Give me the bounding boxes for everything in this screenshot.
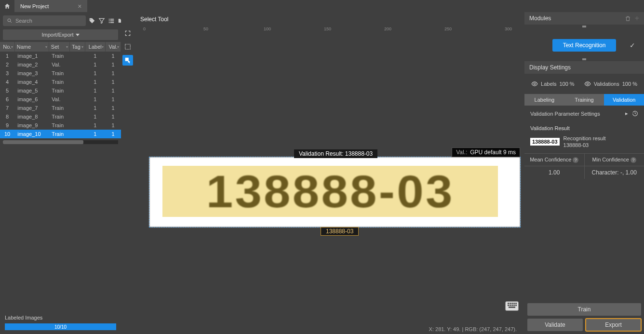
- list-icon[interactable]: [108, 17, 115, 25]
- history-icon[interactable]: [632, 110, 638, 117]
- help-icon[interactable]: ?: [631, 157, 636, 163]
- table-row[interactable]: 5image_5Train11: [0, 86, 121, 95]
- recognition-title: Recognition result: [564, 135, 606, 142]
- table-row[interactable]: 7image_7Train11: [0, 104, 121, 112]
- col-name[interactable]: Name▾: [14, 42, 49, 52]
- image-big-text: 138888-03: [206, 165, 455, 218]
- check-icon: ✓: [630, 41, 635, 49]
- svg-line-1: [10, 21, 12, 23]
- validation-result-title: Validation Result: [524, 121, 644, 133]
- validation-gpu-badge: Val.:GPU default 9 ms: [452, 147, 520, 157]
- recognition-thumb: 138888-03: [530, 138, 560, 146]
- labels-text: Labels: [541, 81, 556, 87]
- funnel-icon[interactable]: [98, 17, 105, 25]
- svg-rect-8: [125, 44, 131, 50]
- import-export-button[interactable]: Import/Export: [3, 29, 118, 40]
- project-tab-title: New Project: [20, 3, 49, 9]
- param-settings-title: Validation Parameter Settings: [530, 111, 600, 117]
- ruler-vertical: [134, 35, 143, 324]
- labeled-progress: 10/10: [5, 323, 116, 330]
- display-settings-title: Display Settings: [524, 61, 644, 74]
- tool-fullscreen[interactable]: [122, 28, 133, 39]
- project-tab[interactable]: New Project ×: [14, 0, 87, 12]
- table-row[interactable]: 6image_6Val.11: [0, 95, 121, 104]
- plus-icon[interactable]: +: [635, 15, 639, 22]
- tool-select[interactable]: [122, 55, 133, 66]
- export-button[interactable]: Export: [586, 319, 641, 331]
- mean-confidence-value: 1.00: [524, 166, 585, 179]
- col-val[interactable]: Val.▾: [105, 42, 121, 52]
- min-confidence-value: Character: -, 1.00: [585, 166, 644, 179]
- recognition-card[interactable]: 138888-03 Recognition result 138888-03: [524, 133, 644, 153]
- eye-icon[interactable]: [584, 80, 591, 87]
- image-table: No.▾ Name▾ Set▾ Tag▾ Label▾ Val.▾ 1image…: [0, 42, 121, 138]
- table-row[interactable]: 10image_10Train11: [0, 130, 121, 138]
- col-set[interactable]: Set▾: [49, 42, 69, 52]
- close-icon[interactable]: ×: [78, 2, 81, 10]
- expand-icon[interactable]: ▸: [625, 110, 628, 117]
- svg-rect-4: [109, 20, 110, 21]
- search-icon: [7, 18, 13, 24]
- search-input[interactable]: [15, 18, 82, 24]
- trash-icon[interactable]: [625, 15, 631, 22]
- label-box[interactable]: 138888-03: [162, 166, 498, 217]
- validation-result-banner: Validation Result: 138888-03: [294, 149, 377, 158]
- svg-rect-6: [109, 22, 110, 23]
- tool-marquee[interactable]: [122, 41, 133, 52]
- image-selection[interactable]: Validation Result: 138888-03 Val.:GPU de…: [149, 157, 521, 227]
- mean-confidence-header: Mean Confidence?: [524, 154, 585, 166]
- validations-text: Validations: [594, 81, 619, 87]
- recognition-value: 138888-03: [564, 142, 606, 148]
- labels-pct: 100 %: [559, 81, 574, 87]
- modules-title: Modules: [529, 15, 551, 22]
- col-label[interactable]: Label▾: [85, 42, 105, 52]
- train-button[interactable]: Train: [527, 303, 641, 316]
- canvas[interactable]: Validation Result: 138888-03 Val.:GPU de…: [143, 35, 524, 324]
- keyboard-icon[interactable]: [505, 301, 519, 311]
- col-no[interactable]: No.▾: [0, 42, 14, 52]
- svg-rect-3: [110, 19, 114, 20]
- canvas-title: Select Tool: [134, 12, 524, 27]
- svg-point-10: [534, 83, 536, 85]
- labeled-images-title: Labeled Images: [5, 315, 116, 321]
- tab-validation[interactable]: Validation: [604, 94, 644, 106]
- tag-filter-icon[interactable]: [89, 17, 95, 25]
- validate-button[interactable]: Validate: [527, 319, 583, 331]
- table-hscroll[interactable]: [3, 140, 118, 144]
- table-row[interactable]: 1image_1Train11: [0, 52, 121, 60]
- tool-strip: [121, 12, 134, 334]
- table-row[interactable]: 8image_8Train11: [0, 112, 121, 121]
- svg-rect-5: [110, 20, 114, 21]
- help-icon[interactable]: ?: [573, 157, 578, 163]
- text-recognition-module[interactable]: Text Recognition: [552, 39, 617, 52]
- import-export-label: Import/Export: [41, 32, 73, 38]
- left-panel: Import/Export No.▾ Name▾ Set▾ Tag▾ Label…: [0, 12, 121, 334]
- table-row[interactable]: 3image_3Train11: [0, 69, 121, 78]
- table-row[interactable]: 2image_2Val.11: [0, 60, 121, 69]
- status-bar: X: 281. Y: 49. | RGB: (247, 247, 247).: [134, 324, 524, 334]
- chevron-down-icon: [76, 34, 80, 36]
- table-row[interactable]: 9image_9Train11: [0, 121, 121, 130]
- min-confidence-header: Min Confidence?: [585, 154, 644, 166]
- search-input-wrap[interactable]: [3, 15, 86, 26]
- home-button[interactable]: [0, 0, 14, 12]
- svg-rect-7: [110, 22, 114, 23]
- svg-point-0: [8, 19, 11, 22]
- col-tag[interactable]: Tag▾: [70, 42, 85, 52]
- svg-rect-2: [109, 19, 110, 20]
- svg-point-11: [587, 83, 589, 85]
- eye-icon[interactable]: [531, 80, 538, 87]
- table-row[interactable]: 4image_4Train11: [0, 78, 121, 86]
- validations-pct: 100 %: [622, 81, 637, 87]
- right-panel: Modules + Text Recognition ✓ Display Set…: [524, 12, 644, 334]
- tab-training[interactable]: Training: [564, 94, 604, 106]
- ruler-horizontal: 050100150200250300: [134, 27, 524, 35]
- tab-labeling[interactable]: Labeling: [524, 94, 564, 106]
- canvas-panel: Select Tool 050100150200250300 Validatio…: [134, 12, 524, 334]
- label-text[interactable]: 138888-03: [321, 227, 359, 236]
- home-icon: [4, 3, 11, 10]
